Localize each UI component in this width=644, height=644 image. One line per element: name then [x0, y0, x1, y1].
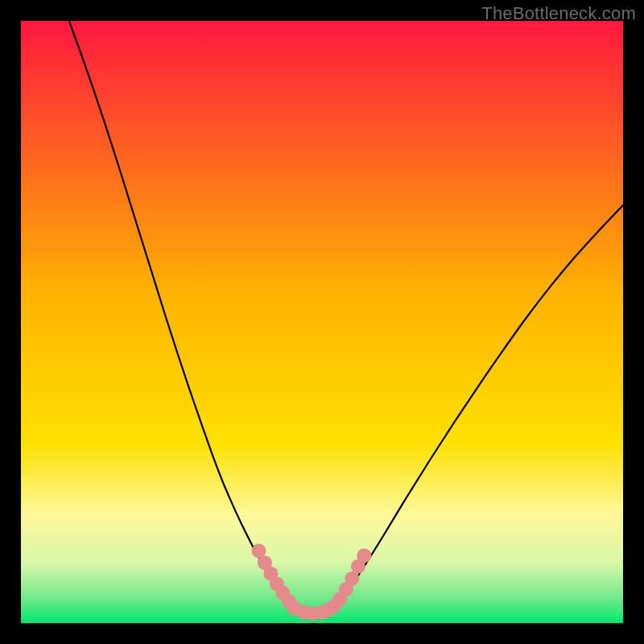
plot-area — [21, 21, 623, 623]
chart-svg — [21, 21, 623, 623]
marker-dot — [357, 548, 371, 563]
gradient-bg — [21, 21, 623, 623]
black-frame: TheBottleneck.com — [0, 0, 644, 644]
